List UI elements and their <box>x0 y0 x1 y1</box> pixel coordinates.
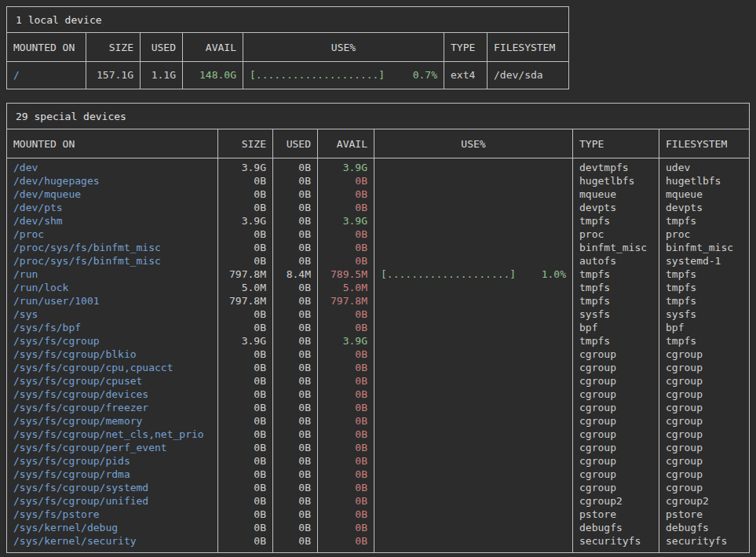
cell-filesystem: cgroup <box>659 348 749 361</box>
cell-use-percent <box>374 508 573 521</box>
cell-type: cgroup <box>573 361 659 374</box>
cell-mounted-on: /sys/fs/cgroup/freezer <box>7 401 218 414</box>
cell-used: 0B <box>273 187 318 201</box>
usage-bar: [....................] <box>381 268 516 281</box>
cell-avail: 797.8M <box>318 294 374 308</box>
column-header-mount: MOUNTED ON <box>7 33 86 61</box>
cell-avail: 0B <box>318 348 374 361</box>
cell-mounted-on: / <box>7 62 86 89</box>
table-row: /sys/fs/cgroup/unified0B0B0Bcgroup2cgrou… <box>7 494 749 508</box>
cell-used: 0B <box>273 454 318 468</box>
cell-filesystem: cgroup <box>659 388 749 401</box>
column-header-size: SIZE <box>86 33 141 61</box>
column-header-mount: MOUNTED ON <box>7 129 218 158</box>
cell-size: 0B <box>218 468 273 481</box>
cell-size: 0B <box>218 441 273 454</box>
cell-size: 0B <box>218 508 273 521</box>
table-row: /sys/fs/cgroup/pids0B0B0Bcgroupcgroup <box>7 454 749 468</box>
cell-mounted-on: /sys/fs/pstore <box>7 508 218 521</box>
cell-filesystem: /dev/sda <box>488 62 568 89</box>
cell-used: 0B <box>273 241 318 254</box>
cell-use-percent <box>374 158 573 174</box>
cell-filesystem: udev <box>659 158 749 174</box>
cell-size: 0B <box>218 308 273 321</box>
cell-use-percent <box>374 481 573 494</box>
cell-avail: 0B <box>318 388 374 401</box>
local-table-title: 1 local device <box>7 7 568 33</box>
cell-size: 797.8M <box>218 268 273 281</box>
usage-percent-value: 1.0% <box>542 268 566 281</box>
cell-size: 0B <box>218 241 273 254</box>
cell-type: tmpfs <box>573 281 659 294</box>
cell-use-percent <box>374 308 573 321</box>
cell-filesystem: tmpfs <box>659 294 749 308</box>
cell-type: binfmt_misc <box>573 241 659 254</box>
cell-type: cgroup <box>573 401 659 414</box>
cell-filesystem: mqueue <box>659 187 749 201</box>
table-row: /sys/fs/cgroup/memory0B0B0Bcgroupcgroup <box>7 414 749 428</box>
cell-filesystem: cgroup <box>659 401 749 414</box>
cell-avail: 0B <box>318 228 374 241</box>
cell-filesystem: binfmt_misc <box>659 241 749 254</box>
table-row: /dev/pts0B0B0Bdevptsdevpts <box>7 201 749 214</box>
cell-use-percent <box>374 428 573 441</box>
column-header-size: SIZE <box>218 129 273 158</box>
cell-type: cgroup <box>573 454 659 468</box>
cell-used: 0B <box>273 321 318 334</box>
cell-filesystem: proc <box>659 228 749 241</box>
cell-filesystem: sysfs <box>659 308 749 321</box>
cell-mounted-on: /sys/fs/bpf <box>7 321 218 334</box>
cell-avail: 0B <box>318 534 374 552</box>
cell-used: 0B <box>273 308 318 321</box>
cell-mounted-on: /dev/mqueue <box>7 187 218 201</box>
cell-type: devtmpfs <box>573 158 659 174</box>
cell-size: 5.0M <box>218 281 273 294</box>
cell-use-percent <box>374 374 573 388</box>
cell-filesystem: securityfs <box>659 534 749 552</box>
cell-size: 0B <box>218 348 273 361</box>
cell-avail: 0B <box>318 401 374 414</box>
cell-avail: 0B <box>318 428 374 441</box>
table-row: /sys/fs/cgroup/cpuset0B0B0Bcgroupcgroup <box>7 374 749 388</box>
table-row: /sys/fs/cgroup/blkio0B0B0Bcgroupcgroup <box>7 348 749 361</box>
cell-avail: 0B <box>318 308 374 321</box>
cell-use-percent <box>374 401 573 414</box>
cell-filesystem: tmpfs <box>659 268 749 281</box>
cell-size: 3.9G <box>218 214 273 228</box>
cell-size: 0B <box>218 361 273 374</box>
cell-type: sysfs <box>573 308 659 321</box>
cell-size: 0B <box>218 454 273 468</box>
column-header-type: TYPE <box>444 33 488 61</box>
column-header-type: TYPE <box>573 129 659 158</box>
cell-size: 0B <box>218 321 273 334</box>
cell-mounted-on: /sys/fs/cgroup/pids <box>7 454 218 468</box>
cell-type: pstore <box>573 508 659 521</box>
cell-mounted-on: /sys/fs/cgroup/systemd <box>7 481 218 494</box>
table-row: /proc/sys/fs/binfmt_misc0B0B0Bautofssyst… <box>7 254 749 268</box>
cell-filesystem: cgroup <box>659 414 749 428</box>
cell-avail: 0B <box>318 414 374 428</box>
cell-filesystem: tmpfs <box>659 214 749 228</box>
cell-avail: 789.5M <box>318 268 374 281</box>
cell-filesystem: bpf <box>659 321 749 334</box>
cell-used: 0B <box>273 468 318 481</box>
cell-avail: 0B <box>318 174 374 187</box>
cell-mounted-on: /sys/fs/cgroup/rdma <box>7 468 218 481</box>
cell-used: 0B <box>273 228 318 241</box>
cell-filesystem: cgroup <box>659 468 749 481</box>
cell-mounted-on: /proc <box>7 228 218 241</box>
cell-avail: 5.0M <box>318 281 374 294</box>
column-header-used: USED <box>273 129 318 158</box>
table-row: /sys/fs/bpf0B0B0Bbpfbpf <box>7 321 749 334</box>
cell-use-percent <box>374 187 573 201</box>
cell-avail: 0B <box>318 361 374 374</box>
cell-use-percent <box>374 321 573 334</box>
table-row: /sys/fs/cgroup/rdma0B0B0Bcgroupcgroup <box>7 468 749 481</box>
table-row: /sys/fs/cgroup3.9G0B3.9Gtmpfstmpfs <box>7 334 749 348</box>
cell-type: debugfs <box>573 521 659 534</box>
table-row: /sys/kernel/security0B0B0Bsecurityfssecu… <box>7 534 749 552</box>
cell-filesystem: cgroup <box>659 428 749 441</box>
cell-type: cgroup <box>573 374 659 388</box>
cell-used: 0B <box>273 158 318 174</box>
cell-mounted-on: /sys/fs/cgroup/memory <box>7 414 218 428</box>
